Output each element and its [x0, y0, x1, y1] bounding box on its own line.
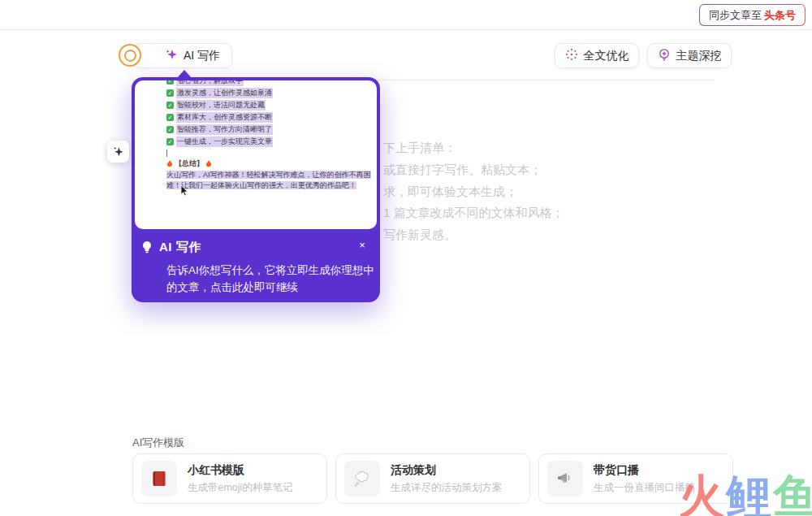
preview-line: ✓ 素材库大，创作灵感资源不断 — [166, 111, 375, 124]
check-icon: ✓ — [166, 102, 174, 109]
templates-section-title: AI写作模版 — [132, 436, 184, 450]
close-icon[interactable]: × — [356, 238, 369, 251]
thought-balloon-icon — [344, 461, 380, 496]
flame-icon — [205, 160, 212, 168]
template-card-xiaohongshu[interactable]: 小红书模版 生成带emoji的种草笔记 — [132, 453, 327, 504]
hint-line: 下上手清单： — [383, 140, 456, 156]
optimize-fulltext-button[interactable]: 全文优化 — [555, 43, 639, 68]
card-subtitle: 生成一份直播间口播稿 — [594, 481, 695, 495]
card-title: 小红书模版 — [188, 463, 293, 478]
preview-line: ✓ 省心省力，解放双手 — [166, 80, 375, 87]
hint-line: 1 篇文章改成不同的文体和风格； — [383, 205, 564, 221]
optimize-label: 全文优化 — [584, 49, 629, 63]
card-subtitle: 生成详尽的活动策划方案 — [391, 481, 503, 495]
magic-burst-icon — [565, 48, 578, 63]
preview-line: ✓ 激发灵感，让创作灵感如泉涌 — [166, 87, 375, 99]
megaphone-icon — [547, 461, 583, 496]
hint-line: 求，即可体验文本生成； — [383, 184, 517, 200]
watermark-char: 鱼 — [773, 470, 812, 516]
tooltip-title: AI 写作 — [159, 240, 201, 255]
text-caret — [166, 148, 375, 158]
check-icon: ✓ — [166, 126, 174, 133]
hint-line: 写作新灵感。 — [383, 227, 456, 243]
generated-text-preview: ✓ 省心省力，解放双手 ✓ 激发灵感，让创作灵感如泉涌 ✓ 智能校对，语法问题无… — [135, 80, 377, 229]
card-title: 活动策划 — [391, 463, 503, 478]
check-icon: ✓ — [166, 138, 174, 145]
tooltip-panel: AI 写作 × 告诉AI你想写什么，它将立即生成你理想中的文章，点击此处即可继续 — [132, 229, 380, 302]
summary-heading: 【总结】 — [166, 158, 375, 170]
sync-button-label: 同步文章至 — [709, 8, 762, 23]
assistant-sparkle-button[interactable] — [107, 141, 129, 163]
hint-line: 或直接打字写作、粘贴文本； — [383, 162, 542, 178]
ai-write-onboarding-tooltip: ✓ 省心省力，解放双手 ✓ 激发灵感，让创作灵感如泉涌 ✓ 智能校对，语法问题无… — [132, 77, 380, 302]
sparkle-dark-icon — [112, 145, 124, 158]
card-title: 带货口播 — [594, 463, 695, 478]
sparkle-icon — [165, 48, 178, 63]
template-card-live-script[interactable]: 带货口播 生成一份直播间口播稿 — [538, 453, 733, 504]
preview-line: ✓ 智能推荐，写作方向清晰明了 — [166, 124, 375, 136]
preview-line: ✓ 一键生成，一步实现完美文章 — [166, 136, 375, 148]
check-icon: ✓ — [166, 114, 174, 121]
toutiao-label: 头条号 — [764, 8, 796, 23]
preview-line: ✓ 智能校对，语法问题无处藏 — [166, 99, 375, 111]
tooltip-description: 告诉AI你想写什么，它将立即生成你理想中的文章，点击此处即可继续 — [166, 262, 379, 296]
red-book-icon — [141, 461, 177, 496]
template-card-event-planning[interactable]: 活动策划 生成详尽的活动策划方案 — [335, 453, 530, 504]
flame-icon — [166, 160, 173, 168]
sync-to-toutiao-button[interactable]: 同步文章至 头条号 — [699, 4, 806, 26]
ai-write-label: AI 写作 — [184, 49, 220, 63]
tooltip-arrow — [177, 70, 192, 78]
check-icon: ✓ — [166, 80, 174, 85]
top-bar: 同步文章至 头条号 — [0, 0, 812, 30]
topic-label: 主题深挖 — [676, 49, 722, 63]
bulb-plus-icon — [658, 48, 671, 63]
mouse-cursor-icon — [180, 184, 190, 197]
ai-write-button[interactable]: AI 写作 — [133, 43, 232, 68]
lightbulb-icon — [141, 241, 153, 254]
onboarding-focus-ring — [119, 44, 141, 67]
check-icon: ✓ — [166, 89, 174, 97]
card-subtitle: 生成带emoji的种草笔记 — [188, 481, 293, 495]
topic-digging-button[interactable]: 主题深挖 — [647, 43, 732, 68]
summary-body: 火山写作，AI写作神器！轻松解决写作难点，让你的创作不再困难！让我们一起体验火山… — [166, 170, 374, 191]
